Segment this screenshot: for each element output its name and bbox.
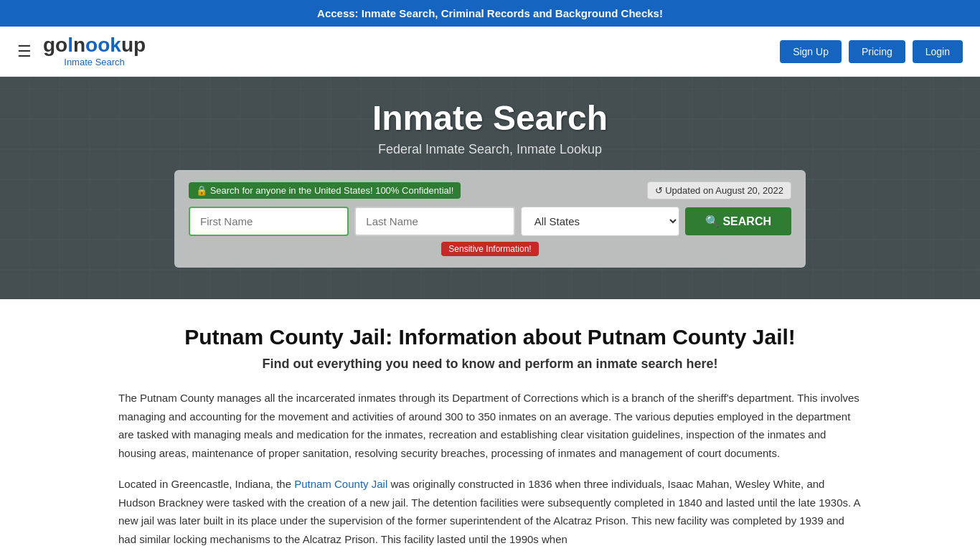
- header-left: ☰ golnookup Inmate Search: [17, 35, 146, 67]
- main-content: Putnam County Jail: Information about Pu…: [95, 325, 885, 548]
- banner-text: Access: Inmate Search, Criminal Records …: [317, 7, 663, 19]
- paragraph-1: The Putnam County manages all the incarc…: [118, 389, 862, 462]
- paragraph-2-before: Located in Greencastle, Indiana, the: [118, 478, 294, 490]
- hero-content: Inmate Search Federal Inmate Search, Inm…: [0, 77, 980, 268]
- signup-button[interactable]: Sign Up: [780, 40, 842, 63]
- last-name-input[interactable]: [354, 207, 514, 236]
- sensitive-info-badge: Sensitive Information!: [189, 236, 791, 256]
- hero-title: Inmate Search: [0, 98, 980, 138]
- first-name-input[interactable]: [189, 207, 349, 236]
- search-box-top: Search for anyone in the United States! …: [189, 182, 791, 199]
- putnam-county-jail-link[interactable]: Putnam County Jail: [294, 478, 387, 490]
- hero-subtitle: Federal Inmate Search, Inmate Lookup: [0, 142, 980, 157]
- hero-section: Inmate Search Federal Inmate Search, Inm…: [0, 77, 980, 299]
- search-button[interactable]: 🔍 SEARCH: [685, 207, 791, 235]
- main-subtitle: Find out everything you need to know and…: [118, 357, 862, 372]
- search-box: Search for anyone in the United States! …: [174, 170, 806, 268]
- state-select[interactable]: All StatesAlabamaAlaskaArizonaArkansasCa…: [521, 207, 679, 236]
- login-button[interactable]: Login: [913, 40, 963, 63]
- paragraph-2: Located in Greencastle, Indiana, the Put…: [118, 475, 862, 548]
- pricing-button[interactable]: Pricing: [849, 40, 905, 63]
- updated-badge: ↺ Updated on August 20, 2022: [647, 182, 791, 199]
- hamburger-menu-icon[interactable]: ☰: [17, 42, 32, 61]
- logo-subtitle: Inmate Search: [43, 57, 146, 67]
- header-right: Sign Up Pricing Login: [780, 40, 963, 63]
- logo-text: golnookup: [43, 35, 146, 55]
- search-inputs: All StatesAlabamaAlaskaArizonaArkansasCa…: [189, 207, 791, 236]
- confidential-badge: Search for anyone in the United States! …: [189, 182, 461, 199]
- main-title: Putnam County Jail: Information about Pu…: [118, 325, 862, 349]
- top-banner: Access: Inmate Search, Criminal Records …: [0, 0, 980, 27]
- logo[interactable]: golnookup Inmate Search: [43, 35, 146, 67]
- header: ☰ golnookup Inmate Search Sign Up Pricin…: [0, 27, 980, 77]
